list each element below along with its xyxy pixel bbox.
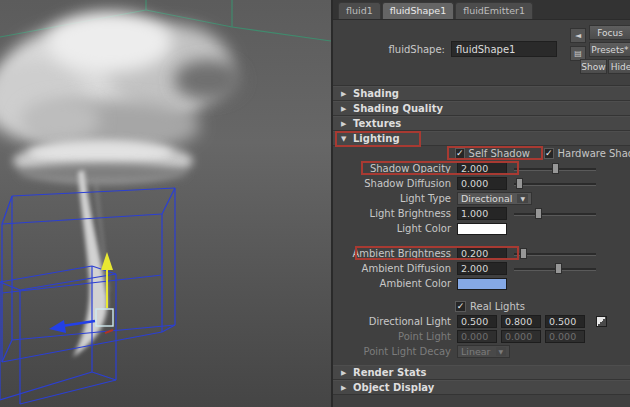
section-textures-label: Textures bbox=[353, 118, 401, 129]
light-brightness-slider[interactable] bbox=[514, 207, 596, 220]
light-type-value: Directional bbox=[461, 193, 512, 204]
real-lights-checkbox[interactable]: ✓ bbox=[455, 301, 466, 312]
real-lights-label: Real Lights bbox=[470, 301, 525, 312]
attribute-editor: fluid1 fluidShape1 fluidEmitter1 fluidSh… bbox=[331, 0, 630, 407]
expand-arrow-icon: ▶ bbox=[341, 90, 353, 98]
point-light-x-input bbox=[457, 330, 497, 343]
light-type-dropdown[interactable]: Directional ▼ bbox=[457, 192, 532, 205]
light-brightness-input[interactable] bbox=[457, 207, 507, 220]
section-shading-quality[interactable]: ▶ Shading Quality bbox=[333, 101, 630, 116]
point-light-decay-value: Linear bbox=[461, 346, 491, 357]
ambient-diffusion-input[interactable] bbox=[457, 262, 507, 275]
section-object-display[interactable]: ▶ Object Display bbox=[333, 380, 630, 395]
maya-window: fluid1 fluidShape1 fluidEmitter1 fluidSh… bbox=[0, 0, 630, 407]
expand-arrow-icon: ▶ bbox=[341, 369, 353, 377]
show-button[interactable]: Show bbox=[580, 59, 607, 74]
fluidshape-label: fluidShape: bbox=[351, 44, 445, 55]
shadow-diffusion-label: Shadow Diffusion bbox=[337, 178, 457, 189]
hide-button[interactable]: Hide bbox=[608, 59, 630, 74]
hardware-shadow-label: Hardware Shadow bbox=[558, 148, 630, 159]
fluid-scene bbox=[0, 0, 331, 407]
shadow-diffusion-slider[interactable] bbox=[514, 177, 596, 190]
shadow-opacity-label: Shadow Opacity bbox=[337, 163, 457, 174]
point-light-z-input bbox=[545, 330, 585, 343]
section-shading-quality-label: Shading Quality bbox=[353, 103, 443, 114]
hardware-shadow-checkbox[interactable]: ✓ bbox=[544, 148, 554, 159]
section-render-stats[interactable]: ▶ Render Stats bbox=[333, 365, 630, 380]
ambient-brightness-label: Ambient Brightness bbox=[337, 248, 457, 259]
tab-fluidemitter1[interactable]: fluidEmitter1 bbox=[455, 2, 533, 19]
shadow-checkbox-row: ✓ Self Shadow ✓ Hardware Shadow bbox=[333, 146, 630, 161]
real-lights-row: ✓ Real Lights bbox=[333, 299, 630, 314]
section-render-stats-label: Render Stats bbox=[353, 367, 426, 378]
section-lighting-label: Lighting bbox=[353, 133, 400, 144]
ambient-brightness-input[interactable] bbox=[457, 247, 507, 260]
point-light-decay-row: Point Light Decay Linear ▼ bbox=[333, 344, 630, 359]
focus-button[interactable]: Focus bbox=[589, 25, 630, 40]
point-light-decay-label: Point Light Decay bbox=[337, 346, 457, 357]
collapse-arrow-icon: ▼ bbox=[341, 135, 353, 143]
dropdown-arrow-icon: ▼ bbox=[517, 194, 528, 203]
light-color-row: Light Color bbox=[333, 221, 630, 236]
directional-light-row: Directional Light bbox=[333, 314, 630, 329]
section-object-display-label: Object Display bbox=[353, 382, 434, 393]
section-shading[interactable]: ▶ Shading bbox=[333, 86, 630, 101]
fluid-cap bbox=[13, 141, 193, 183]
shadow-opacity-input[interactable] bbox=[457, 162, 507, 175]
shadow-diffusion-input[interactable] bbox=[457, 177, 507, 190]
expand-arrow-icon: ▶ bbox=[341, 105, 353, 113]
light-brightness-row: Light Brightness bbox=[333, 206, 630, 221]
shadow-diffusion-row: Shadow Diffusion bbox=[333, 176, 630, 191]
copy-tab-icon[interactable]: ◄ bbox=[570, 28, 586, 43]
lighting-content: ✓ Self Shadow ✓ Hardware Shadow Shadow O… bbox=[333, 146, 630, 359]
node-header: fluidShape: ◄ ▤ Focus Presets* Show Hide bbox=[333, 20, 630, 86]
expand-arrow-icon: ▶ bbox=[341, 384, 353, 392]
point-light-label: Point Light bbox=[337, 331, 457, 342]
directional-light-label: Directional Light bbox=[337, 316, 457, 327]
self-shadow-checkbox[interactable]: ✓ bbox=[455, 148, 465, 159]
light-brightness-label: Light Brightness bbox=[337, 208, 457, 219]
ambient-brightness-row: Ambient Brightness bbox=[333, 246, 630, 261]
section-shading-label: Shading bbox=[353, 88, 399, 99]
shadow-opacity-slider[interactable] bbox=[514, 162, 596, 175]
ambient-diffusion-row: Ambient Diffusion bbox=[333, 261, 630, 276]
ambient-diffusion-label: Ambient Diffusion bbox=[337, 263, 457, 274]
point-light-y-input bbox=[501, 330, 541, 343]
directional-light-x-input[interactable] bbox=[457, 315, 497, 328]
expand-arrow-icon: ▶ bbox=[341, 120, 353, 128]
ambient-diffusion-slider[interactable] bbox=[514, 262, 596, 275]
point-light-decay-dropdown: Linear ▼ bbox=[457, 345, 510, 358]
light-type-row: Light Type Directional ▼ bbox=[333, 191, 630, 206]
light-color-label: Light Color bbox=[337, 223, 457, 234]
ambient-color-label: Ambient Color bbox=[337, 278, 457, 289]
presets-button[interactable]: Presets* bbox=[589, 42, 630, 57]
directional-light-z-input[interactable] bbox=[545, 315, 585, 328]
light-type-label: Light Type bbox=[337, 193, 457, 204]
self-shadow-label: Self Shadow bbox=[469, 148, 530, 159]
dropdown-arrow-icon: ▼ bbox=[496, 347, 507, 356]
section-textures[interactable]: ▶ Textures bbox=[333, 116, 630, 131]
tab-fluid1[interactable]: fluid1 bbox=[338, 2, 381, 19]
light-color-swatch[interactable] bbox=[457, 223, 507, 235]
ambient-color-row: Ambient Color bbox=[333, 276, 630, 291]
directional-light-y-input[interactable] bbox=[501, 315, 541, 328]
point-light-row: Point Light bbox=[333, 329, 630, 344]
fluidshape-name-input[interactable] bbox=[451, 41, 557, 57]
ambient-brightness-slider[interactable] bbox=[514, 247, 596, 260]
tab-fluidshape1[interactable]: fluidShape1 bbox=[382, 2, 454, 19]
ambient-color-swatch[interactable] bbox=[457, 278, 507, 290]
tab-bar: fluid1 fluidShape1 fluidEmitter1 bbox=[333, 0, 630, 20]
section-lighting[interactable]: ▼ Lighting bbox=[333, 131, 630, 146]
map-texture-button[interactable] bbox=[596, 316, 607, 327]
shadow-opacity-row: Shadow Opacity bbox=[333, 161, 630, 176]
viewport-3d[interactable] bbox=[0, 0, 331, 407]
